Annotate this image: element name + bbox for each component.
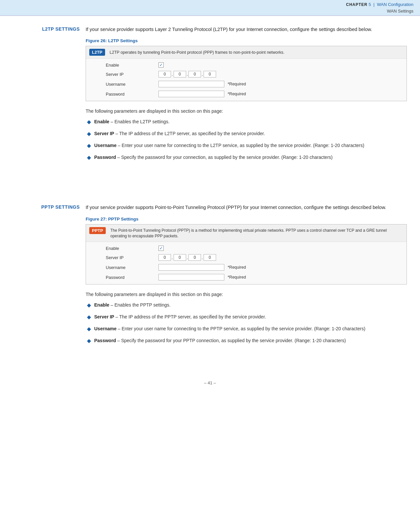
pptp-ui-body: Enable ✓ Server IP . . .	[86, 242, 406, 284]
pptp-param-username-text: Username – Enter your user name for conn…	[94, 325, 365, 333]
l2tp-password-required: *Required	[228, 92, 246, 96]
pptp-username-control: *Required	[158, 264, 246, 271]
l2tp-main-body: If your service provider supports Layer …	[86, 26, 407, 171]
l2tp-param-intro: The following parameters are displayed i…	[86, 108, 407, 114]
l2tp-param-password: ◆ Password – Specify the password for yo…	[86, 154, 407, 161]
l2tp-param-serverip: ◆ Server IP – The IP address of the L2TP…	[86, 130, 407, 137]
pptp-section: PPTP Settings If your service provider s…	[0, 194, 420, 364]
diamond-bullet-icon: ◆	[87, 154, 91, 161]
pptp-ip-dot3: .	[202, 255, 203, 260]
diamond-bullet-icon: ◆	[87, 302, 91, 308]
chapter-number: 5	[369, 2, 371, 7]
l2tp-username-label: Username	[106, 82, 158, 87]
diamond-bullet-icon: ◆	[87, 131, 91, 137]
diamond-bullet-icon: ◆	[87, 338, 91, 344]
l2tp-enable-checkbox[interactable]: ✓	[158, 62, 164, 68]
l2tp-ip-octet2[interactable]	[174, 71, 186, 77]
pptp-figure-caption: Figure 27: PPTP Settings	[86, 217, 407, 222]
pptp-heading: PPTP Settings	[41, 204, 80, 210]
l2tp-password-input[interactable]	[158, 91, 224, 97]
l2tp-password-control: *Required	[158, 91, 246, 97]
l2tp-username-row: Username *Required	[106, 79, 406, 89]
pptp-ui-box-header: PPTP The Point-to-Point Tunneling Protoc…	[86, 224, 406, 242]
pptp-left-label: PPTP Settings	[13, 204, 86, 354]
pptp-username-input[interactable]	[158, 264, 224, 271]
l2tp-ip-octet3[interactable]	[188, 71, 201, 77]
pptp-param-password: ◆ Password – Specify the password for yo…	[86, 337, 407, 344]
l2tp-ui-box-header: L2TP L2TP operates by tunneling Point-to…	[86, 46, 406, 59]
l2tp-param-username-text: Username – Enter your user name for conn…	[94, 142, 364, 149]
l2tp-serverip-control: . . .	[158, 71, 216, 77]
pptp-param-username: ◆ Username – Enter your user name for co…	[86, 325, 407, 333]
pptp-param-serverip-text: Server IP – The IP address of the PPTP s…	[94, 313, 266, 321]
l2tp-username-required: *Required	[228, 82, 246, 86]
pptp-ip-octet3[interactable]	[188, 254, 201, 261]
diamond-bullet-icon: ◆	[87, 314, 91, 320]
pptp-param-serverip: ◆ Server IP – The IP address of the PPTP…	[86, 313, 407, 321]
pptp-ip-dot2: .	[187, 255, 188, 260]
l2tp-ip-dot1: .	[172, 72, 173, 77]
l2tp-serverip-row: Server IP . . .	[106, 69, 406, 79]
pptp-serverip-row: Server IP . . .	[106, 252, 406, 262]
pptp-serverip-label: Server IP	[106, 255, 158, 260]
l2tp-heading: L2TP Settings	[42, 26, 80, 32]
l2tp-username-input[interactable]	[158, 81, 224, 87]
pptp-intro: If your service provider supports Point-…	[86, 204, 407, 211]
pptp-param-password-text: Password – Specify the password for your…	[94, 337, 346, 344]
l2tp-enable-row: Enable ✓	[106, 61, 406, 69]
pptp-enable-row: Enable ✓	[106, 244, 406, 252]
l2tp-param-enable: ◆ Enable – Enables the L2TP settings.	[86, 118, 407, 126]
diamond-bullet-icon: ◆	[87, 119, 91, 125]
l2tp-ui-body: Enable ✓ Server IP . . .	[86, 59, 406, 101]
l2tp-enable-label: Enable	[106, 63, 158, 68]
l2tp-param-list: The following parameters are displayed i…	[86, 108, 407, 161]
pptp-badge: PPTP	[89, 227, 106, 234]
l2tp-intro: If your service provider supports Layer …	[86, 26, 407, 33]
l2tp-param-enable-text: Enable – Enables the L2TP settings.	[94, 118, 170, 126]
section-title-header: WAN Settings	[387, 9, 413, 14]
l2tp-left-label: L2TP Settings	[13, 26, 86, 171]
page-footer: – 41 –	[0, 377, 420, 391]
pptp-ip-dot1: .	[172, 255, 173, 260]
l2tp-username-control: *Required	[158, 81, 246, 87]
l2tp-param-username: ◆ Username – Enter your user name for co…	[86, 142, 407, 149]
pptp-password-control: *Required	[158, 274, 246, 281]
pptp-enable-label: Enable	[106, 246, 158, 251]
pptp-description: The Point-to-Point Tunneling Protocol (P…	[110, 227, 403, 239]
l2tp-param-password-text: Password – Specify the password for your…	[94, 154, 333, 161]
l2tp-ui-box: L2TP L2TP operates by tunneling Point-to…	[86, 46, 407, 101]
pptp-username-row: Username *Required	[106, 262, 406, 272]
diamond-bullet-icon: ◆	[87, 326, 91, 332]
pptp-ui-box: PPTP The Point-to-Point Tunneling Protoc…	[86, 224, 407, 285]
pptp-param-intro: The following parameters are displayed i…	[86, 292, 407, 297]
pptp-username-required: *Required	[228, 265, 246, 270]
chapter-label: Chapter	[346, 2, 367, 7]
l2tp-ip-octet1[interactable]	[158, 71, 171, 77]
pptp-password-input[interactable]	[158, 274, 224, 281]
l2tp-description: L2TP operates by tunneling Point-to-Poin…	[110, 49, 285, 55]
l2tp-badge: L2TP	[89, 49, 105, 56]
pptp-main-body: If your service provider supports Point-…	[86, 204, 407, 354]
page-header: Chapter 5 | WAN Configuration WAN Settin…	[0, 0, 420, 16]
chapter-title: WAN Configuration	[377, 2, 413, 7]
l2tp-enable-control: ✓	[158, 62, 164, 68]
diamond-bullet-icon: ◆	[87, 142, 91, 149]
pptp-enable-control: ✓	[158, 246, 164, 251]
page-number: – 41 –	[204, 380, 216, 385]
l2tp-ip-dot3: .	[202, 72, 203, 77]
pptp-password-required: *Required	[228, 275, 246, 280]
l2tp-ip-octet4[interactable]	[204, 71, 216, 77]
pptp-password-label: Password	[106, 275, 158, 280]
pptp-ip-octet1[interactable]	[158, 254, 171, 261]
pptp-enable-checkbox[interactable]: ✓	[158, 246, 164, 251]
pptp-param-enable-text: Enable – Enables the PPTP settings.	[94, 302, 171, 309]
l2tp-password-label: Password	[106, 92, 158, 97]
l2tp-param-serverip-text: Server IP – The IP address of the L2TP s…	[94, 130, 265, 137]
pptp-serverip-control: . . .	[158, 254, 216, 261]
pptp-param-list: The following parameters are displayed i…	[86, 292, 407, 344]
pptp-ip-octet2[interactable]	[174, 254, 186, 261]
pptp-ip-octet4[interactable]	[204, 254, 216, 261]
l2tp-figure-caption: Figure 26: L2TP Settings	[86, 38, 407, 43]
l2tp-section: L2TP Settings If your service provider s…	[0, 16, 420, 181]
l2tp-password-row: Password *Required	[106, 89, 406, 99]
